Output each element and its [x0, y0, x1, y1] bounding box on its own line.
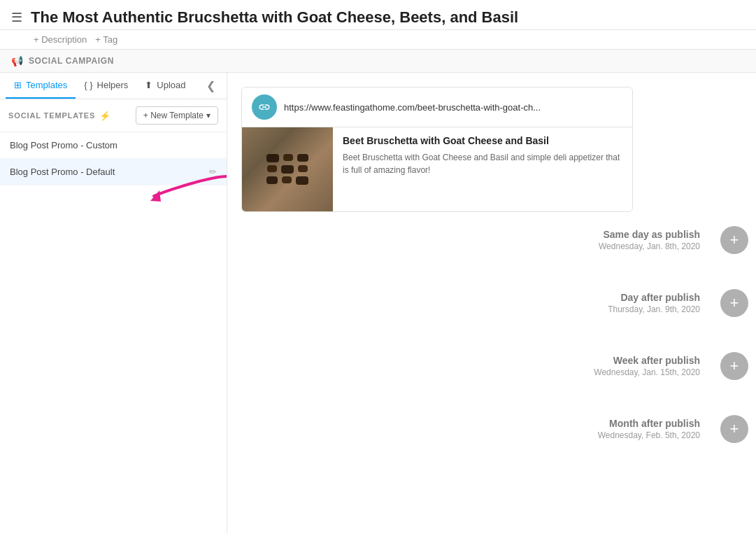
add-description-link[interactable]: + Description — [34, 34, 87, 45]
timeline-item-month-after: Month after publish Wednesday, Feb. 5th,… — [227, 415, 756, 443]
tab-templates[interactable]: ⊞ Templates — [6, 73, 76, 99]
svg-marker-0 — [150, 190, 161, 202]
edit-icon-default[interactable]: ✏ — [209, 167, 217, 177]
social-preview-card: https://www.feastingathome.com/beet-brus… — [241, 87, 633, 212]
template-item-default-label: Blog Post Promo - Default — [10, 167, 115, 177]
new-template-button[interactable]: + New Template ▾ — [136, 106, 218, 125]
preview-title: Beet Bruschetta with Goat Cheese and Bas… — [343, 134, 622, 147]
timeline-item-day-after: Day after publish Thursday, Jan. 9th, 20… — [227, 289, 756, 317]
timeline-add-button-day-after[interactable]: + — [720, 289, 748, 317]
sidebar: ⊞ Templates { } Helpers ⬆ Upload ❮ SOCIA… — [0, 73, 227, 533]
timeline-date-same-day: Wednesday, Jan. 8th, 2020 — [599, 241, 700, 251]
preview-content: Beet Bruschetta with Goat Cheese and Bas… — [242, 127, 632, 211]
social-templates-label: SOCIAL TEMPLATES ⚡ — [8, 111, 111, 121]
timeline-label-day-after: Day after publish — [608, 292, 700, 303]
tab-templates-label: Templates — [26, 80, 67, 90]
campaign-bar: 📢 SOCIAL CAMPAIGN — [0, 50, 756, 73]
template-item-custom[interactable]: Blog Post Promo - Custom ✏ — [0, 132, 227, 159]
sub-actions-bar: + Description + Tag — [0, 30, 756, 50]
preview-url-text: https://www.feastingathome.com/beet-brus… — [284, 102, 541, 113]
tab-helpers-label: Helpers — [97, 80, 129, 90]
timeline-label-week-after: Week after publish — [594, 355, 700, 366]
link-circle-icon — [252, 94, 277, 120]
flash-icon: ⚡ — [99, 111, 111, 121]
hamburger-icon[interactable]: ☰ — [11, 10, 22, 25]
timeline-text-week-after: Week after publish Wednesday, Jan. 15th,… — [594, 355, 700, 377]
page-header: ☰ The Most Authentic Brucshetta with Goa… — [0, 0, 756, 30]
preview-url-bar: https://www.feastingathome.com/beet-brus… — [242, 87, 632, 127]
template-item-default[interactable]: Blog Post Promo - Default ✏ — [0, 159, 227, 185]
helpers-icon: { } — [84, 80, 92, 90]
sidebar-collapse-button[interactable]: ❮ — [201, 73, 221, 98]
main-layout: ⊞ Templates { } Helpers ⬆ Upload ❮ SOCIA… — [0, 73, 756, 533]
food-photo — [242, 127, 333, 211]
dropdown-chevron-icon: ▾ — [206, 111, 211, 120]
template-list: Blog Post Promo - Custom ✏ Blog Post Pro… — [0, 132, 227, 533]
preview-description: Beet Bruschetta with Goat Cheese and Bas… — [343, 151, 622, 176]
preview-text-content: Beet Bruschetta with Goat Cheese and Bas… — [333, 127, 632, 211]
link-icon — [258, 101, 271, 113]
preview-image — [242, 127, 333, 211]
timeline-text-same-day: Same day as publish Wednesday, Jan. 8th,… — [599, 229, 700, 251]
timeline-label-month-after: Month after publish — [598, 418, 700, 429]
campaign-icon: 📢 — [11, 55, 23, 66]
content-area: https://www.feastingathome.com/beet-brus… — [227, 73, 756, 533]
social-templates-header: SOCIAL TEMPLATES ⚡ + New Template ▾ — [0, 99, 227, 132]
food-visual — [266, 154, 308, 185]
page-title: The Most Authentic Brucshetta with Goat … — [31, 8, 518, 27]
tab-upload[interactable]: ⬆ Upload — [136, 73, 194, 99]
upload-icon: ⬆ — [145, 80, 152, 90]
templates-icon: ⊞ — [14, 80, 22, 90]
tab-bar: ⊞ Templates { } Helpers ⬆ Upload ❮ — [0, 73, 227, 99]
timeline-add-button-week-after[interactable]: + — [720, 352, 748, 380]
timeline-label-same-day: Same day as publish — [599, 229, 700, 240]
timeline-date-day-after: Thursday, Jan. 9th, 2020 — [608, 304, 700, 314]
tab-upload-label: Upload — [157, 80, 185, 90]
timeline-date-month-after: Wednesday, Feb. 5th, 2020 — [598, 430, 700, 440]
timeline-item-week-after: Week after publish Wednesday, Jan. 15th,… — [227, 352, 756, 380]
add-tag-link[interactable]: + Tag — [95, 34, 117, 45]
tab-helpers[interactable]: { } Helpers — [76, 73, 136, 99]
timeline-item-same-day: Same day as publish Wednesday, Jan. 8th,… — [227, 226, 756, 254]
timeline-date-week-after: Wednesday, Jan. 15th, 2020 — [594, 367, 700, 377]
template-item-custom-label: Blog Post Promo - Custom — [10, 140, 117, 150]
timeline-add-button-same-day[interactable]: + — [720, 226, 748, 254]
timeline: Same day as publish Wednesday, Jan. 8th,… — [227, 212, 756, 457]
campaign-label: SOCIAL CAMPAIGN — [29, 56, 114, 66]
timeline-text-month-after: Month after publish Wednesday, Feb. 5th,… — [598, 418, 700, 440]
timeline-add-button-month-after[interactable]: + — [720, 415, 748, 443]
timeline-text-day-after: Day after publish Thursday, Jan. 9th, 20… — [608, 292, 700, 314]
